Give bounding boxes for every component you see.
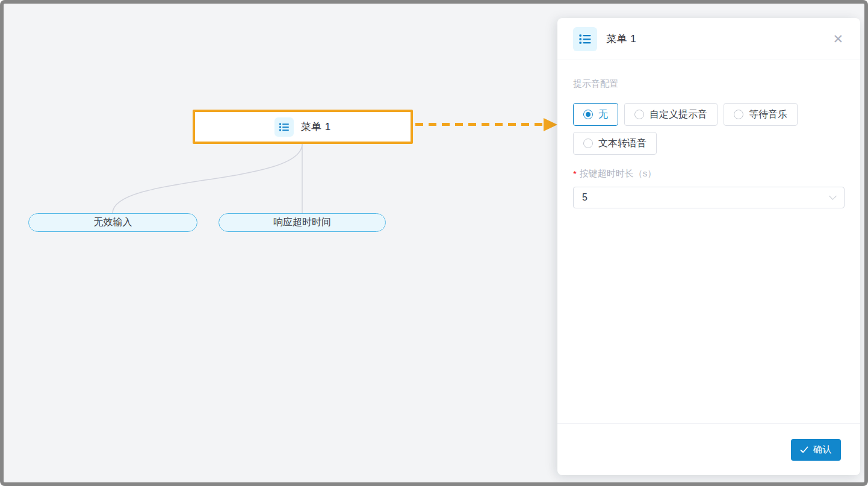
key-timeout-value: 5 bbox=[582, 192, 587, 203]
key-timeout-label-text: 按键超时时长（s） bbox=[580, 168, 657, 179]
radio-icon bbox=[583, 110, 593, 119]
confirm-button-label: 确认 bbox=[813, 444, 832, 455]
prompt-tone-radio-group: 无 自定义提示音 等待音乐 文本转语音 bbox=[573, 103, 845, 155]
radio-option-label: 自定义提示音 bbox=[649, 108, 707, 121]
branch-label: 无效输入 bbox=[94, 216, 132, 229]
check-icon bbox=[800, 446, 808, 453]
close-icon[interactable]: ✕ bbox=[831, 31, 845, 46]
radio-icon bbox=[634, 110, 644, 119]
panel-footer: 确认 bbox=[557, 423, 860, 475]
radio-option-custom-tone[interactable]: 自定义提示音 bbox=[624, 103, 718, 126]
key-timeout-select[interactable]: 5 bbox=[573, 187, 845, 208]
radio-option-none[interactable]: 无 bbox=[573, 103, 618, 126]
panel-header: 菜单 1 ✕ bbox=[557, 18, 860, 60]
selection-arrow-line bbox=[415, 123, 544, 126]
list-icon bbox=[274, 117, 294, 137]
prompt-tone-section-label: 提示音配置 bbox=[573, 78, 845, 90]
key-timeout-label: * 按键超时时长（s） bbox=[573, 168, 845, 179]
panel-body: 提示音配置 无 自定义提示音 等待音乐 文本转语音 bbox=[557, 60, 860, 423]
radio-icon bbox=[583, 139, 593, 148]
radio-option-label: 无 bbox=[598, 108, 608, 121]
confirm-button[interactable]: 确认 bbox=[791, 439, 841, 461]
required-asterisk: * bbox=[573, 169, 577, 179]
branch-label: 响应超时时间 bbox=[273, 216, 331, 229]
menu-node-label: 菜单 1 bbox=[300, 120, 330, 134]
selection-arrow-head bbox=[544, 118, 557, 131]
list-icon bbox=[573, 27, 597, 51]
menu-node[interactable]: 菜单 1 bbox=[193, 110, 413, 144]
radio-option-text-to-speech[interactable]: 文本转语音 bbox=[573, 132, 657, 155]
node-config-panel: 菜单 1 ✕ 提示音配置 无 自定义提示音 等待音乐 bbox=[557, 18, 860, 475]
radio-option-wait-music[interactable]: 等待音乐 bbox=[724, 103, 798, 126]
radio-option-label: 等待音乐 bbox=[749, 108, 787, 121]
app-window: 菜单 1 无效输入 响应超时时间 菜单 1 bbox=[0, 0, 868, 486]
branch-node-invalid-input[interactable]: 无效输入 bbox=[28, 213, 197, 232]
radio-icon bbox=[734, 110, 743, 119]
branch-node-response-timeout[interactable]: 响应超时时间 bbox=[219, 213, 386, 232]
chevron-down-icon bbox=[829, 192, 837, 200]
panel-title: 菜单 1 bbox=[606, 32, 636, 46]
radio-option-label: 文本转语音 bbox=[598, 137, 646, 150]
